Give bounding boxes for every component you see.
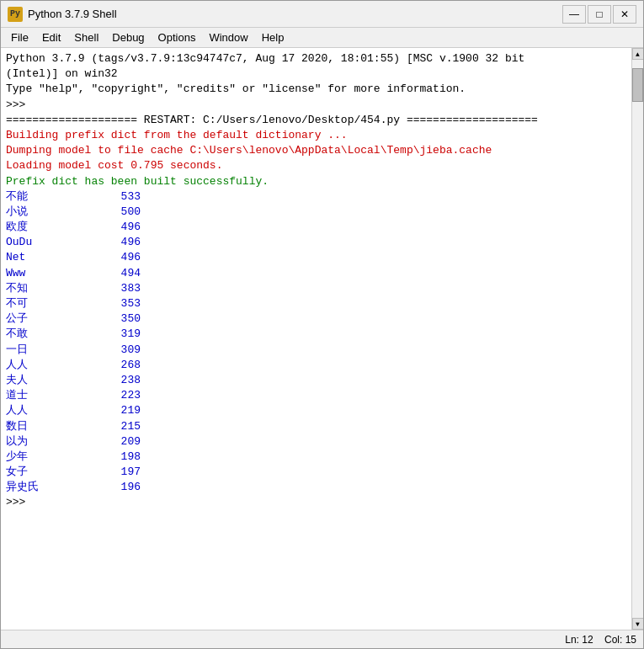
menu-item-window[interactable]: Window [202,29,254,45]
data-count: 198 [90,450,141,465]
data-row: 公子350 [6,311,626,327]
data-count: 215 [90,419,141,434]
loading-line: Loading model cost 0.795 seconds. [6,158,626,173]
data-row: 不能533 [6,189,626,205]
menu-item-options[interactable]: Options [152,29,203,45]
data-word: 公子 [6,311,90,327]
prompt-1: >>> [6,98,626,113]
status-ln-col: Ln: 12 Col: 15 [565,634,636,646]
data-row: 不敢319 [6,327,626,342]
data-count: 196 [90,480,141,495]
maximize-button[interactable]: □ [588,5,611,24]
data-count: 309 [90,343,141,358]
data-count: 383 [90,281,141,296]
restart-line: ==================== RESTART: C:/Users/l… [6,113,626,128]
data-word: 欧度 [6,220,90,235]
data-count: 353 [90,296,141,311]
data-row: Www494 [6,266,626,281]
window-title: Python 3.7.9 Shell [28,8,562,20]
data-row: 道士223 [6,388,626,403]
data-count: 223 [90,388,141,403]
data-row: 少年198 [6,450,626,465]
data-count: 500 [90,205,141,220]
data-word: Net [6,250,90,265]
data-word: 小说 [6,205,90,220]
data-count: 496 [90,250,141,265]
data-count: 494 [90,266,141,281]
close-button[interactable]: ✕ [613,5,636,24]
scroll-down-button[interactable]: ▼ [632,618,644,630]
shell-output[interactable]: Python 3.7.9 (tags/v3.7.9:13c94747c7, Au… [1,48,631,630]
data-word: Www [6,266,90,281]
data-count: 496 [90,220,141,235]
data-row: 异史氏196 [6,480,626,495]
vertical-scrollbar[interactable]: ▲ ▼ [631,48,643,630]
data-word: 一日 [6,343,90,358]
menu-item-help[interactable]: Help [255,29,291,45]
data-row: 不知383 [6,281,626,296]
intro-line-1: Python 3.7.9 (tags/v3.7.9:13c94747c7, Au… [6,51,626,66]
data-word: 女子 [6,465,90,480]
data-count: 496 [90,235,141,250]
data-count: 268 [90,358,141,373]
intro-line-2: (Intel)] on win32 [6,66,626,82]
app-icon: Py [8,7,23,22]
data-word: 道士 [6,388,90,403]
data-word: 不能 [6,189,90,205]
data-count: 350 [90,311,141,327]
data-row: 以为209 [6,434,626,450]
data-row: 一日309 [6,343,626,358]
data-row: Net496 [6,250,626,265]
data-word: 夫人 [6,373,90,388]
data-rows: 不能533小说500欧度496OuDu496Net496Www494不知383不… [6,189,626,496]
dumping-line: Dumping model to file cache C:\Users\len… [6,143,626,158]
data-count: 209 [90,434,141,450]
menu-item-file[interactable]: File [4,29,35,45]
minimize-button[interactable]: — [562,5,586,24]
data-word: 少年 [6,450,90,465]
data-word: OuDu [6,235,90,250]
menu-item-edit[interactable]: Edit [35,29,67,45]
data-word: 数日 [6,419,90,434]
data-row: 数日215 [6,419,626,434]
data-word: 异史氏 [6,480,90,495]
prompt-2: >>> [6,495,626,510]
data-row: 不可353 [6,296,626,311]
data-word: 人人 [6,403,90,418]
data-row: 欧度496 [6,220,626,235]
data-count: 319 [90,327,141,342]
data-count: 238 [90,373,141,388]
main-window: Py Python 3.7.9 Shell — □ ✕ FileEditShel… [0,0,644,649]
data-word: 不可 [6,296,90,311]
building-line: Building prefix dict from the default di… [6,128,626,143]
status-col: Col: 15 [604,634,636,646]
data-row: OuDu496 [6,235,626,250]
menu-item-shell[interactable]: Shell [67,29,105,45]
menu-bar: FileEditShellDebugOptionsWindowHelp [1,28,643,48]
scroll-up-button[interactable]: ▲ [632,48,644,60]
status-bar: Ln: 12 Col: 15 [1,630,643,648]
data-word: 人人 [6,358,90,373]
shell-content: Python 3.7.9 (tags/v3.7.9:13c94747c7, Au… [1,48,643,630]
data-count: 197 [90,465,141,480]
intro-line-3: Type "help", "copyright", "credits" or "… [6,82,626,97]
prefix-line: Prefix dict has been built successfully. [6,174,626,189]
scroll-track[interactable] [632,60,643,618]
data-count: 219 [90,403,141,418]
data-row: 夫人238 [6,373,626,388]
menu-item-debug[interactable]: Debug [105,29,151,45]
data-row: 小说500 [6,205,626,220]
data-word: 不知 [6,281,90,296]
scroll-thumb[interactable] [632,68,643,102]
data-row: 女子197 [6,465,626,480]
data-count: 533 [90,189,141,205]
data-row: 人人219 [6,403,626,418]
title-bar: Py Python 3.7.9 Shell — □ ✕ [1,1,643,28]
data-row: 人人268 [6,358,626,373]
window-controls: — □ ✕ [562,5,636,24]
data-word: 不敢 [6,327,90,342]
data-word: 以为 [6,434,90,450]
status-ln: Ln: 12 [565,634,593,646]
